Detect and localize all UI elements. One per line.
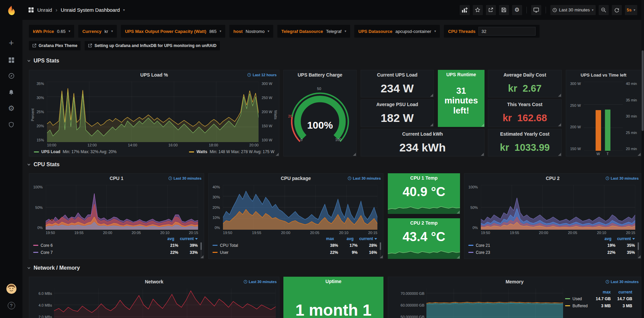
panel-header[interactable]: CPU package Last 30 minutes [209, 174, 383, 183]
resize-handle[interactable] [481, 153, 484, 156]
cpu-package-plot-area[interactable] [223, 185, 377, 230]
legend-header-avg[interactable]: avg [155, 236, 174, 241]
resize-handle[interactable] [430, 123, 433, 126]
panel-header[interactable]: Average Daily Cost [488, 70, 561, 80]
explore-compass-icon[interactable] [0, 69, 22, 83]
zoom-out-button[interactable] [599, 5, 609, 15]
variable-value[interactable]: apcupsd-container [395, 29, 431, 34]
legend-header-current[interactable]: current [174, 236, 194, 241]
user-avatar[interactable] [0, 282, 22, 296]
section-header-ups-stats[interactable]: UPS Stats [27, 58, 59, 64]
legend-item-watts[interactable]: Watts Min: 148 W Max: 278 W Avg: 175 W [189, 149, 274, 154]
variable-ups-datasource[interactable]: UPS Datasource apcupsd-container ▾ [354, 25, 440, 38]
save-button[interactable] [499, 5, 509, 15]
variable-value[interactable]: kr [104, 29, 108, 34]
panel-header[interactable]: Estimated Yearly Cost [488, 129, 561, 139]
resize-handle[interactable] [638, 153, 641, 156]
panel-header[interactable]: Current Load kWh [361, 129, 484, 139]
apps-grid-icon[interactable] [28, 7, 34, 13]
panel-header[interactable]: UPS Battery Charge [284, 70, 356, 80]
panel-header[interactable]: Uptime [283, 277, 383, 286]
panel-header[interactable]: CPU 1 Last 30 minutes [29, 174, 204, 183]
resize-handle[interactable] [558, 94, 561, 97]
variable-kwh-price[interactable]: kWh Price 0.65 ▾ [29, 25, 74, 38]
tv-mode-button[interactable] [531, 5, 541, 15]
resize-handle[interactable] [200, 255, 203, 258]
legend-header-current[interactable]: current [611, 290, 632, 294]
share-button[interactable] [486, 5, 496, 15]
cpu2-plot-area[interactable] [481, 185, 635, 230]
variable-value[interactable]: Telegraf [326, 29, 341, 34]
dashboard-link-plex-theme[interactable]: Grafana Plex Theme [29, 41, 81, 50]
variable-value[interactable]: 0.65 [57, 29, 65, 34]
panel-header[interactable]: UPS Load vs Time left [566, 70, 641, 80]
legend-header-max[interactable]: max [589, 290, 611, 294]
resize-handle[interactable] [380, 255, 383, 258]
legend-row-core21[interactable]: Core 21 19%35% [468, 242, 635, 249]
legend-row-core6[interactable]: Core 6 21%39% [33, 242, 198, 249]
time-range-picker[interactable]: Last 30 minutes ▾ [550, 5, 596, 15]
legend-item-ups-load[interactable]: UPS Load Min: 17% Max: 32% Avg: 20% [34, 149, 117, 154]
network-plot-area[interactable] [54, 288, 276, 318]
legend-header-avg[interactable]: avg [334, 236, 354, 241]
panel-header[interactable]: Average PSU Load [361, 100, 433, 109]
refresh-button[interactable] [612, 5, 622, 15]
variable-currency[interactable]: Currency kr ▾ [78, 25, 117, 38]
variable-telegraf-datasource[interactable]: Telegraf Datasource Telegraf ▾ [277, 25, 350, 38]
panel-header[interactable]: UPS Load % Last 12 hours [29, 70, 279, 80]
resize-handle[interactable] [558, 153, 561, 156]
panel-header[interactable]: This Years Cost [488, 100, 561, 109]
refresh-interval-dropdown[interactable]: 5s ▾ [625, 5, 638, 15]
legend-row-core23[interactable]: Core 23 22%35% [468, 249, 635, 256]
panel-header[interactable]: CPU 2 Last 30 minutes [464, 174, 641, 183]
help-icon[interactable]: ? [0, 299, 22, 312]
legend-row-core7[interactable]: Core 7 22%33% [33, 249, 198, 256]
legend-row-user[interactable]: User 22%9%16% [213, 249, 377, 256]
resize-handle[interactable] [353, 153, 356, 156]
panel-header[interactable]: CPU 1 Temp [388, 173, 460, 183]
panel-header[interactable]: Memory Last 30 minutes [388, 277, 641, 286]
resize-handle[interactable] [481, 124, 484, 127]
page-scrollbar[interactable] [641, 0, 644, 318]
legend-header-avg[interactable]: avg [592, 236, 611, 241]
section-header-cpu-stats[interactable]: CPU Stats [27, 162, 59, 168]
cpu-threads-input[interactable] [478, 27, 536, 36]
section-header-network-memory[interactable]: Network / Memory [27, 265, 80, 271]
panel-header[interactable]: Network Last 30 minutes [29, 277, 279, 286]
grafana-logo-icon[interactable] [0, 3, 22, 18]
legend-header-current[interactable]: current [611, 236, 631, 241]
dashboard-settings-button[interactable]: ⚙ [512, 5, 522, 15]
variable-host[interactable]: host Nostromo ▾ [229, 25, 273, 38]
variable-value[interactable]: Nostromo [246, 29, 265, 34]
caret-down-icon[interactable]: ▾ [123, 8, 125, 12]
create-plus-icon[interactable]: + [0, 36, 22, 49]
add-panel-button[interactable] [460, 5, 470, 15]
legend-header-max[interactable]: max [315, 236, 334, 241]
legend-row-used[interactable]: Used 14.7 GB14.7 GB [565, 295, 632, 302]
dashboard-title[interactable]: Unraid System Dashboard [61, 7, 120, 13]
configuration-gear-icon[interactable]: ⚙ [0, 102, 22, 115]
resize-handle[interactable] [457, 211, 460, 214]
legend-header-current[interactable]: current [354, 236, 373, 241]
alerting-bell-icon[interactable] [0, 86, 22, 99]
panel-header[interactable]: CPU 2 Temp [388, 218, 460, 228]
dashboards-icon[interactable] [0, 53, 22, 67]
resize-handle[interactable] [430, 94, 433, 97]
scrollbar-thumb[interactable] [642, 50, 644, 131]
resize-handle[interactable] [638, 255, 641, 258]
resize-handle[interactable] [558, 123, 561, 126]
cpu1-plot-area[interactable] [46, 185, 198, 230]
admin-shield-icon[interactable] [0, 118, 22, 131]
variable-ups-max-output[interactable]: UPS Max Output Power Capacity (Watt) 865… [121, 25, 225, 38]
ups-load-plot-area[interactable] [47, 82, 259, 142]
resize-handle[interactable] [276, 153, 279, 156]
ups-bars-plot-area[interactable] [584, 82, 623, 151]
legend-row-cpu-total[interactable]: CPU Total 38%17%28% [213, 242, 377, 249]
variable-value[interactable]: 865 [209, 29, 217, 34]
panel-header[interactable]: Current UPS Load [361, 70, 433, 80]
star-button[interactable] [473, 5, 483, 15]
breadcrumb-folder[interactable]: Unraid [37, 7, 52, 13]
memory-plot-area[interactable] [426, 288, 563, 318]
legend-row-buffered[interactable]: Buffered 3 MB3 MB [565, 302, 632, 309]
resize-handle[interactable] [457, 256, 460, 259]
